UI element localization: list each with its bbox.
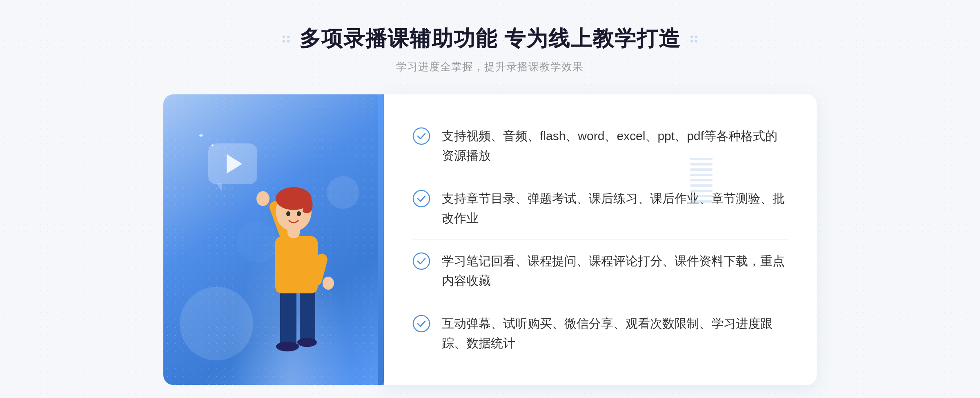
left-decorative-dots [283,36,290,42]
svg-rect-23 [690,184,713,187]
feature-item-3: 学习笔记回看、课程提问、课程评论打分、课件资料下载，重点内容收藏 [412,240,788,302]
check-icon-3 [412,252,430,270]
feature-text-4: 互动弹幕、试听购买、微信分享、观看次数限制、学习进度跟踪、数据统计 [442,314,788,353]
svg-point-13 [323,277,334,290]
right-decorative-dots [690,36,697,42]
svg-point-15 [413,190,430,207]
svg-point-2 [276,342,299,351]
feature-item-1: 支持视频、音频、flash、word、excel、ppt、pdf等各种格式的资源… [412,115,788,177]
svg-rect-19 [690,163,713,165]
svg-point-7 [256,191,270,206]
check-icon-2 [412,190,430,208]
svg-rect-22 [690,179,713,181]
svg-rect-18 [690,158,713,160]
illustration-card [163,94,384,385]
svg-rect-26 [690,200,713,203]
svg-point-12 [297,211,301,216]
svg-point-11 [286,211,290,216]
features-card: 支持视频、音频、flash、word、excel、ppt、pdf等各种格式的资源… [384,94,817,385]
svg-rect-25 [690,195,713,197]
right-stripe-decoration [690,158,713,204]
header-section: 多项录播课辅助功能 专为线上教学打造 学习进度全掌握，提升录播课教学效果 [283,25,697,74]
feature-item-2: 支持章节目录、弹题考试、课后练习、课后作业、章节测验、批改作业 [412,177,788,240]
feature-item-4: 互动弹幕、试听购买、微信分享、观看次数限制、学习进度跟踪、数据统计 [412,302,788,364]
header-title-row: 多项录播课辅助功能 专为线上教学打造 [283,25,697,53]
feature-text-3: 学习笔记回看、课程提问、课程评论打分、课件资料下载，重点内容收藏 [442,251,788,291]
svg-rect-0 [280,289,296,347]
svg-point-16 [413,253,430,269]
feature-text-1: 支持视频、音频、flash、word、excel、ppt、pdf等各种格式的资源… [442,126,788,165]
page-subtitle: 学习进度全掌握，提升录播课教学效果 [283,60,697,74]
svg-rect-1 [300,289,315,342]
feature-text-2: 支持章节目录、弹题考试、课后练习、课后作业、章节测验、批改作业 [442,189,788,228]
content-section: » [163,94,817,385]
blue-accent-bar [378,94,384,385]
check-icon-1 [412,127,430,145]
person-illustration [239,171,354,385]
check-icon-4 [412,315,430,333]
svg-rect-4 [275,236,318,293]
svg-rect-24 [690,190,713,192]
svg-point-14 [413,128,430,144]
svg-point-3 [297,338,317,347]
svg-point-17 [413,315,430,332]
svg-rect-20 [690,168,713,171]
page-title: 多项录播课辅助功能 专为线上教学打造 [299,25,681,53]
svg-rect-21 [690,174,713,176]
page-container: 多项录播课辅助功能 专为线上教学打造 学习进度全掌握，提升录播课教学效果 » [0,0,980,398]
